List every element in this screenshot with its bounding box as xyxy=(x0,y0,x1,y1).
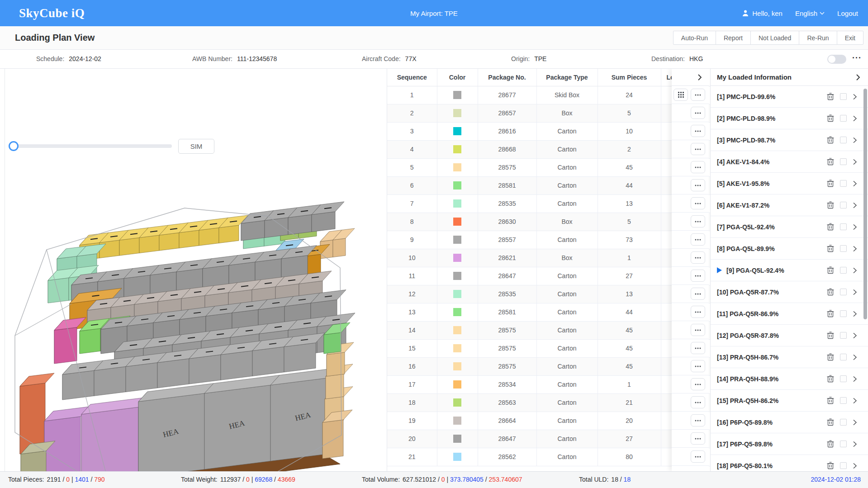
table-row[interactable]: 1528575Carton45 xyxy=(387,339,710,357)
uld-detail-chevron-icon[interactable] xyxy=(853,354,857,360)
uld-list-item[interactable]: [9] PGA-Q5L-92.4% xyxy=(711,260,868,281)
logout-button[interactable]: Logout xyxy=(837,9,858,17)
uld-checkbox[interactable] xyxy=(840,158,847,165)
table-row[interactable]: 2128562Carton80 xyxy=(387,448,710,466)
uld-list-item[interactable]: [2] PMC-PLD-98.9% xyxy=(711,108,868,129)
delete-uld-icon[interactable] xyxy=(827,375,834,383)
uld-checkbox[interactable] xyxy=(840,397,847,404)
row-more-actions-button[interactable] xyxy=(691,179,705,191)
delete-uld-icon[interactable] xyxy=(827,158,834,166)
uld-checkbox[interactable] xyxy=(840,245,847,252)
uld-detail-chevron-icon[interactable] xyxy=(853,289,857,295)
uld-list-item[interactable]: [1] PMC-PLD-99.6% xyxy=(711,86,868,108)
row-more-actions-button[interactable] xyxy=(691,306,705,318)
table-row[interactable]: 928557Carton73 xyxy=(387,231,710,249)
more-options-icon[interactable]: ··· xyxy=(852,53,862,63)
uld-checkbox[interactable] xyxy=(840,354,847,360)
uld-checkbox[interactable] xyxy=(840,137,847,143)
table-row[interactable]: 528575Carton45 xyxy=(387,158,710,176)
row-more-actions-button[interactable] xyxy=(691,89,705,101)
table-row[interactable]: 728535Carton13 xyxy=(387,194,710,213)
report-button[interactable]: Report xyxy=(716,31,751,45)
uld-checkbox[interactable] xyxy=(840,419,847,426)
exit-button[interactable]: Exit xyxy=(837,31,863,45)
table-row[interactable]: 428668Carton2 xyxy=(387,140,710,158)
uld-list-item[interactable]: [4] AKE-V1-84.4% xyxy=(711,151,868,173)
delete-uld-icon[interactable] xyxy=(827,245,834,252)
table-row[interactable]: 1428575Carton45 xyxy=(387,321,710,339)
uld-list-item[interactable]: [17] P6P-Q5-89.8% xyxy=(711,433,868,455)
language-selector[interactable]: English xyxy=(795,9,825,17)
uld-checkbox[interactable] xyxy=(840,115,847,122)
uld-list-item[interactable]: [6] AKE-V1-87.2% xyxy=(711,194,868,216)
row-more-actions-button[interactable] xyxy=(691,288,705,300)
delete-uld-icon[interactable] xyxy=(827,223,834,231)
uld-detail-chevron-icon[interactable] xyxy=(853,224,857,230)
uld-list-item[interactable]: [5] AKE-V1-95.8% xyxy=(711,173,868,194)
uld-list-item[interactable]: [10] PGA-Q5R-87.7% xyxy=(711,281,868,303)
uld-detail-chevron-icon[interactable] xyxy=(853,115,857,122)
uld-checkbox[interactable] xyxy=(840,267,847,274)
row-more-actions-button[interactable] xyxy=(691,125,705,137)
uld-checkbox[interactable] xyxy=(840,223,847,230)
expand-table-chevron-icon[interactable] xyxy=(697,74,702,81)
uld-list-item[interactable]: [8] PGA-Q5L-89.9% xyxy=(711,238,868,260)
row-more-actions-button[interactable] xyxy=(691,215,705,227)
row-more-actions-button[interactable] xyxy=(691,233,705,246)
uld-list-item[interactable]: [13] PRA-Q5H-86.7% xyxy=(711,346,868,368)
uld-checkbox[interactable] xyxy=(840,289,847,295)
row-more-actions-button[interactable] xyxy=(691,450,705,463)
table-row[interactable]: 1028621Box1 xyxy=(387,249,710,267)
collapse-sidebar-chevron-icon[interactable] xyxy=(855,74,861,81)
delete-uld-icon[interactable] xyxy=(827,397,834,404)
sim-slider-track[interactable] xyxy=(11,144,172,148)
row-more-actions-button[interactable] xyxy=(691,161,705,173)
uld-detail-chevron-icon[interactable] xyxy=(853,441,857,447)
row-more-actions-button[interactable] xyxy=(691,414,705,426)
row-more-actions-button[interactable] xyxy=(691,143,705,155)
uld-checkbox[interactable] xyxy=(840,462,847,469)
uld-detail-chevron-icon[interactable] xyxy=(853,311,857,317)
uld-list-item[interactable]: [7] PGA-Q5L-92.4% xyxy=(711,216,868,238)
uld-list-item[interactable]: [15] PRA-Q5H-86.2% xyxy=(711,390,868,412)
uld-checkbox[interactable] xyxy=(840,180,847,187)
delete-uld-icon[interactable] xyxy=(827,440,834,448)
table-row[interactable]: 328616Carton10 xyxy=(387,122,710,140)
table-row[interactable]: 228657Box5 xyxy=(387,104,710,122)
delete-uld-icon[interactable] xyxy=(827,266,834,274)
table-row[interactable]: 828630Box5 xyxy=(387,213,710,231)
uld-detail-chevron-icon[interactable] xyxy=(853,419,857,426)
not-loaded-button[interactable]: Not Loaded xyxy=(750,31,799,45)
view-toggle-switch[interactable] xyxy=(827,55,846,64)
re-run-button[interactable]: Re-Run xyxy=(799,31,837,45)
sidebar-scrollbar[interactable] xyxy=(863,89,867,319)
user-menu[interactable]: Hello, ken xyxy=(742,9,783,17)
row-more-actions-button[interactable] xyxy=(691,324,705,336)
uld-checkbox[interactable] xyxy=(840,375,847,382)
row-more-actions-button[interactable] xyxy=(691,270,705,282)
uld-detail-chevron-icon[interactable] xyxy=(853,137,857,143)
table-row[interactable]: 1228535Carton13 xyxy=(387,285,710,303)
delete-uld-icon[interactable] xyxy=(827,332,834,339)
delete-uld-icon[interactable] xyxy=(827,310,834,317)
delete-uld-icon[interactable] xyxy=(827,418,834,426)
uld-checkbox[interactable] xyxy=(840,441,847,447)
row-more-actions-button[interactable] xyxy=(691,360,705,372)
row-more-actions-button[interactable] xyxy=(691,432,705,445)
uld-list-item[interactable]: [14] PRA-Q5H-88.9% xyxy=(711,368,868,390)
delete-uld-icon[interactable] xyxy=(827,462,834,469)
sim-slider-handle[interactable] xyxy=(9,141,19,151)
table-row[interactable]: 128677Skid Box24 xyxy=(387,86,710,104)
auto-run-button[interactable]: Auto-Run xyxy=(673,31,716,45)
uld-detail-chevron-icon[interactable] xyxy=(853,159,857,165)
table-row[interactable]: 1128647Carton27 xyxy=(387,267,710,285)
row-more-actions-button[interactable] xyxy=(691,107,705,119)
row-more-actions-button[interactable] xyxy=(691,396,705,408)
row-more-actions-button[interactable] xyxy=(691,197,705,209)
uld-list-item[interactable]: [11] PGA-Q5R-86.9% xyxy=(711,303,868,325)
delete-uld-icon[interactable] xyxy=(827,114,834,122)
table-row[interactable]: 1928664Carton20 xyxy=(387,412,710,430)
delete-uld-icon[interactable] xyxy=(827,136,834,144)
delete-uld-icon[interactable] xyxy=(827,93,834,100)
uld-detail-chevron-icon[interactable] xyxy=(853,202,857,208)
